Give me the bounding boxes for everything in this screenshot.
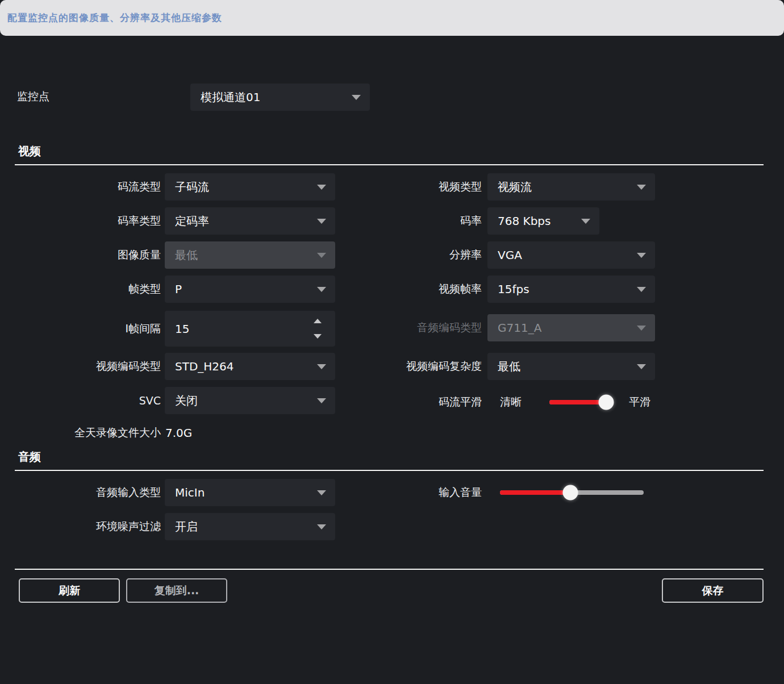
audio-encoding-type-select: G711_A [487, 314, 655, 341]
stream-smoothing-slider-fill [549, 400, 606, 404]
video-encoding-type-select[interactable]: STD_H264 [165, 353, 335, 380]
resolution-value: VGA [498, 248, 522, 262]
chevron-down-icon [581, 219, 590, 224]
record-file-size-value: 7.0G [165, 423, 192, 443]
svc-value: 关闭 [175, 393, 198, 408]
frame-type-label: 帧类型 [34, 276, 161, 303]
noise-filter-label: 环境噪声过滤 [34, 513, 161, 540]
footer-divider [15, 569, 764, 570]
audio-input-type-value: MicIn [175, 486, 205, 499]
video-type-label: 视频类型 [318, 173, 482, 201]
encoding-complexity-label: 视频编码复杂度 [318, 353, 482, 380]
record-file-size-label: 全天录像文件大小 [34, 423, 161, 443]
image-quality-select: 最低 [165, 241, 335, 269]
svc-label: SVC [34, 387, 161, 414]
camera-select-value: 模拟通道01 [201, 90, 260, 105]
video-encoding-type-label: 视频编码类型 [34, 353, 161, 380]
encoding-settings-panel: { "titlebar": { "collapse_icon": "chevro… [0, 0, 784, 684]
audio-input-type-label: 音频输入类型 [34, 479, 161, 506]
copy-to-button[interactable]: 复制到... [126, 578, 227, 603]
video-type-value: 视频流 [498, 180, 532, 195]
input-volume-slider-fill [500, 490, 570, 495]
stream-smoothing-label: 码流平滑 [318, 389, 482, 416]
chevron-down-icon [637, 253, 646, 258]
image-quality-label: 图像质量 [34, 241, 161, 269]
refresh-button[interactable]: 刷新 [19, 578, 120, 603]
video-framerate-select[interactable]: 15fps [487, 276, 655, 303]
bitrate-value: 768 Kbps [498, 214, 551, 228]
stream-smoothing-slider[interactable] [549, 400, 606, 404]
video-section-divider [15, 164, 764, 165]
input-volume-slider[interactable] [500, 490, 644, 495]
bitrate-type-label: 码率类型 [34, 207, 161, 235]
frame-type-value: P [175, 282, 182, 296]
camera-select[interactable]: 模拟通道01 [190, 84, 370, 111]
input-volume-label: 输入音量 [318, 479, 482, 506]
encoding-complexity-select[interactable]: 最低 [487, 353, 655, 380]
chevron-down-icon [317, 524, 326, 529]
audio-encoding-type-value: G711_A [498, 321, 541, 335]
resolution-label: 分辨率 [318, 241, 482, 269]
audio-section-title: 音频 [18, 449, 41, 465]
noise-filter-select[interactable]: 开启 [165, 513, 335, 540]
bitrate-type-select[interactable]: 定码率 [165, 207, 335, 235]
noise-filter-value: 开启 [175, 519, 198, 535]
iframe-interval-stepper[interactable]: 15 [165, 311, 335, 347]
video-encoding-type-value: STD_H264 [175, 360, 234, 373]
video-type-select[interactable]: 视频流 [487, 173, 655, 201]
stream-smoothing-min-label: 清晰 [500, 389, 522, 416]
page-title: 配置监控点的图像质量、分辨率及其他压缩参数 [7, 11, 222, 24]
chevron-down-icon [637, 287, 646, 292]
stream-type-value: 子码流 [175, 180, 209, 195]
input-volume-slider-handle[interactable] [562, 485, 578, 501]
camera-label: 监控点 [17, 84, 49, 110]
chevron-down-icon [637, 185, 646, 190]
video-section-title: 视频 [18, 144, 41, 159]
video-framerate-value: 15fps [498, 282, 529, 296]
frame-type-select[interactable]: P [165, 276, 335, 303]
audio-input-type-select[interactable]: MicIn [165, 479, 335, 506]
audio-encoding-type-label: 音频编码类型 [318, 314, 482, 341]
stream-smoothing-max-label: 平滑 [629, 389, 650, 416]
resolution-select[interactable]: VGA [487, 241, 655, 269]
video-framerate-label: 视频帧率 [318, 276, 482, 303]
iframe-interval-value: 15 [175, 322, 189, 336]
bitrate-type-value: 定码率 [175, 214, 209, 229]
image-quality-value: 最低 [175, 248, 198, 263]
stream-type-label: 码流类型 [34, 173, 161, 201]
bitrate-label: 码率 [318, 207, 482, 235]
audio-section-divider [15, 470, 764, 471]
encoding-complexity-value: 最低 [498, 359, 520, 374]
save-button[interactable]: 保存 [662, 578, 764, 603]
bitrate-select[interactable]: 768 Kbps [487, 207, 599, 235]
chevron-down-icon [637, 326, 646, 331]
chevron-down-icon [637, 364, 646, 369]
stream-type-select[interactable]: 子码流 [165, 173, 335, 201]
iframe-interval-label: I帧间隔 [34, 311, 161, 347]
header-description-bar: 配置监控点的图像质量、分辨率及其他压缩参数 [0, 0, 784, 36]
stream-smoothing-slider-handle[interactable] [599, 395, 614, 410]
svc-select[interactable]: 关闭 [165, 387, 335, 414]
chevron-down-icon [352, 95, 361, 100]
